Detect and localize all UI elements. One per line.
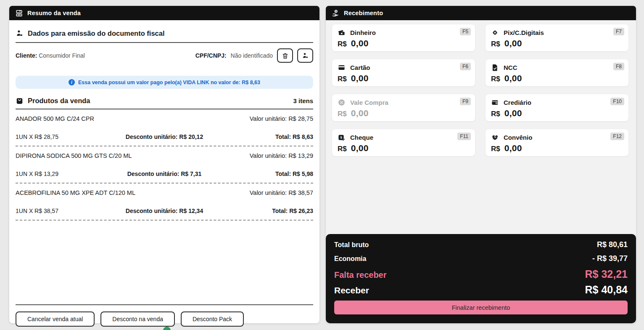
wallet-icon xyxy=(491,98,499,106)
sale-summary-header: Resumo da venda xyxy=(9,6,319,20)
payment-amount: 0,00 xyxy=(351,143,369,153)
payment-method-pix-c-digitais[interactable]: Pix/C.DigitaisF7R$0,00 xyxy=(486,24,628,51)
payment-method-cheque[interactable]: $ChequeF11R$0,00 xyxy=(332,129,475,156)
fkey-badge: F7 xyxy=(613,28,624,35)
payment-method-label: Vale Compra xyxy=(350,99,388,106)
summary-label: Falta receber xyxy=(334,270,387,280)
payment-amount: 0,00 xyxy=(504,73,522,83)
sale-actions: Cancelar venda atualDesconto na vendaDes… xyxy=(16,311,313,327)
cpf-label: CPF/CNPJ: xyxy=(195,52,227,59)
hand-holding-dollar-icon: $ xyxy=(332,9,340,17)
summary-label: Receber xyxy=(334,285,369,295)
currency-symbol: R$ xyxy=(491,145,500,153)
cancelar-venda-atual-button[interactable]: Cancelar venda atual xyxy=(16,311,95,327)
currency-symbol: R$ xyxy=(338,145,347,153)
fkey-badge: F11 xyxy=(457,133,471,140)
money-check-icon: $ xyxy=(338,133,346,141)
payment-method-dinheiro[interactable]: DinheiroF5R$0,00 xyxy=(332,24,475,51)
product-unit-value: Valor unitário: R$ 13,29 xyxy=(250,152,313,159)
items-count: 3 itens xyxy=(293,97,313,104)
payment-amount: 0,00 xyxy=(351,38,369,48)
payment-method-label: Cartão xyxy=(350,64,370,71)
summary-row-economia: Economia- R$ 39,77 xyxy=(334,254,628,263)
product-discount: Desconto unitário: R$ 7,31 xyxy=(108,170,221,177)
payment-method-credi-rio[interactable]: CrediárioF10R$0,00 xyxy=(486,94,628,121)
summary-value: R$ 32,21 xyxy=(585,268,628,280)
desconto-pack-button[interactable]: Desconto Pack xyxy=(181,311,244,327)
vidalink-info-banner: i Essa venda possui um valor pago pelo(a… xyxy=(16,76,313,89)
product-name: DIPIRONA SODICA 500 MG GTS C/20 ML xyxy=(16,152,132,159)
payment-amount: 0,00 xyxy=(351,108,369,118)
sale-summary-panel: Resumo da venda Dados para emissão do do… xyxy=(9,6,319,323)
fkey-badge: F12 xyxy=(610,133,624,140)
summary-value: R$ 40,84 xyxy=(585,284,628,296)
percent-circle-icon xyxy=(338,98,346,106)
summary-row-receber: ReceberR$ 40,84 xyxy=(334,284,628,296)
payment-panel: $ Recebimento DinheiroF5R$0,00Pix/C.Digi… xyxy=(326,6,636,323)
payment-method-label: Dinheiro xyxy=(350,29,376,36)
handshake-icon xyxy=(491,133,499,141)
client-row: Cliente: Consumidor Final CPF/CNPJ: Não … xyxy=(16,48,313,63)
file-check-icon xyxy=(491,64,499,72)
product-discount: Desconto unitário: R$ 20,12 xyxy=(108,133,221,140)
payment-amount: 0,00 xyxy=(504,143,522,153)
currency-symbol: R$ xyxy=(338,110,347,118)
fkey-badge: F8 xyxy=(613,63,624,70)
shopping-bag-icon xyxy=(16,97,24,105)
payment-amount: 0,00 xyxy=(504,108,522,118)
product-qty: 1UN X R$ 13,29 xyxy=(16,170,108,177)
payment-methods-grid: DinheiroF5R$0,00Pix/C.DigitaisF7R$0,00Ca… xyxy=(326,20,636,156)
summary-label: Economia xyxy=(334,255,366,263)
product-name: ACEBROFILINA 50 MG XPE ADT C/120 ML xyxy=(16,189,135,196)
client-label: Cliente: xyxy=(16,52,37,59)
summary-value: - R$ 39,77 xyxy=(592,254,628,263)
pix-icon xyxy=(491,29,499,37)
product-unit-value: Valor unitário: R$ 38,57 xyxy=(250,189,313,196)
person-card-icon xyxy=(302,52,309,59)
product-item: DIPIRONA SODICA 500 MG GTS C/20 MLValor … xyxy=(16,146,313,184)
payment-amount: 0,00 xyxy=(504,38,522,48)
fiscal-section-title: Dados para emissão do documento fiscal xyxy=(28,29,165,37)
product-name: ANADOR 500 MG C/24 CPR xyxy=(16,115,94,122)
fkey-badge: F5 xyxy=(460,28,471,35)
fkey-badge: F6 xyxy=(460,63,471,70)
trash-icon xyxy=(282,52,289,59)
product-unit-value: Valor unitário: R$ 28,75 xyxy=(250,115,313,122)
currency-symbol: R$ xyxy=(338,75,347,83)
products-list: ANADOR 500 MG C/24 CPRValor unitário: R$… xyxy=(16,109,313,221)
payment-method-conv-nio[interactable]: ConvênioF12R$0,00 xyxy=(486,129,628,156)
desconto-na-venda-button[interactable]: Desconto na venda xyxy=(100,311,175,327)
credit-card-icon xyxy=(338,64,346,72)
payment-header: $ Recebimento xyxy=(326,6,636,20)
currency-symbol: R$ xyxy=(491,110,500,118)
finalize-payment-button[interactable]: Finalizar recebimento xyxy=(334,301,628,314)
product-item: ANADOR 500 MG C/24 CPRValor unitário: R$… xyxy=(16,109,313,146)
fiscal-section-header: Dados para emissão do documento fiscal xyxy=(16,29,313,37)
svg-text:$: $ xyxy=(335,10,337,12)
products-header: Produtos da venda 3 itens xyxy=(16,97,313,105)
currency-symbol: R$ xyxy=(491,75,500,83)
sale-summary-title: Resumo da venda xyxy=(27,10,81,16)
summary-value: R$ 80,61 xyxy=(597,240,628,249)
product-qty: 1UN X R$ 38,57 xyxy=(16,208,108,214)
payment-method-label: Pix/C.Digitais xyxy=(504,29,544,36)
divider xyxy=(16,42,313,43)
product-total: Total: R$ 5,98 xyxy=(221,170,313,177)
payment-amount: 0,00 xyxy=(351,73,369,83)
payment-method-label: Convênio xyxy=(504,134,532,141)
fkey-badge: F10 xyxy=(610,98,624,105)
payment-method-label: Crediário xyxy=(504,99,531,106)
summary-label: Total bruto xyxy=(334,241,369,249)
payment-method-label: NCC xyxy=(504,64,517,71)
payment-method-cart-o[interactable]: CartãoF6R$0,00 xyxy=(332,59,475,86)
add-client-button[interactable] xyxy=(297,48,313,63)
remove-client-button[interactable] xyxy=(277,48,293,63)
cash-register-icon xyxy=(15,9,23,17)
product-qty: 1UN X R$ 28,75 xyxy=(16,133,108,140)
product-item: ACEBROFILINA 50 MG XPE ADT C/120 MLValor… xyxy=(16,184,313,221)
payment-method-ncc[interactable]: NCCF8R$0,00 xyxy=(486,59,628,86)
product-discount: Desconto unitário: R$ 12,34 xyxy=(108,208,221,214)
products-title: Produtos da venda xyxy=(28,97,90,105)
fkey-badge: F9 xyxy=(460,98,471,105)
product-total: Total: R$ 26,23 xyxy=(221,208,313,214)
